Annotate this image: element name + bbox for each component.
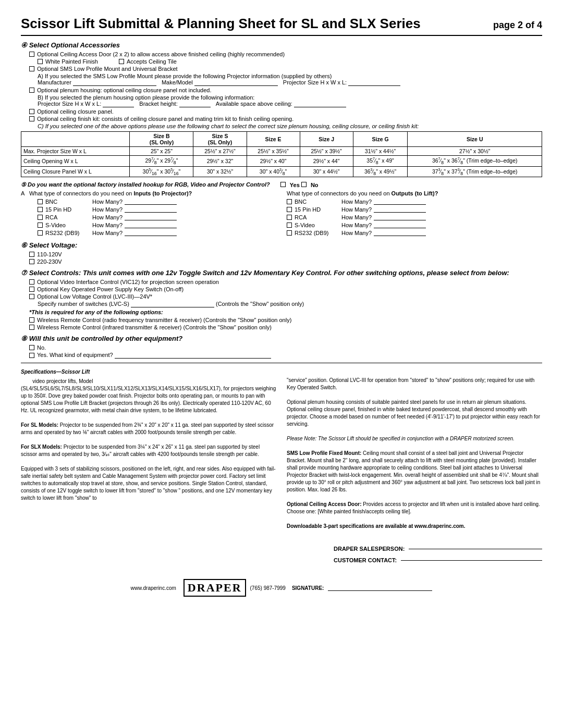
table-cell: 31½" x 44½" xyxy=(353,147,408,156)
checkbox-output-svideo[interactable] xyxy=(287,223,292,228)
checkbox-wireless-ir[interactable] xyxy=(29,325,34,330)
specs-title: Specifications—Scissor Lift xyxy=(21,368,276,376)
table-header-4: Size J xyxy=(300,132,353,147)
table-cell: 27½" x 30½" xyxy=(408,147,542,156)
draper-salesperson-field[interactable] xyxy=(409,549,542,549)
table-cell: Max. Projector Size W x L xyxy=(21,147,130,156)
checkbox-accepts-ceiling[interactable] xyxy=(119,59,124,64)
output-bnc-count[interactable] xyxy=(374,198,426,205)
signature-field[interactable] xyxy=(328,585,432,591)
output-rca-count[interactable] xyxy=(374,214,426,220)
table-cell: 373⁄8" x 373⁄8" (Trim edge–to–edge) xyxy=(408,166,542,177)
inputs-column: A What type of connectors do you need on… xyxy=(21,190,276,237)
section-7: ⑦ Select Controls: This unit comes with … xyxy=(21,269,542,330)
checkbox-vic12[interactable] xyxy=(29,279,34,285)
input-15pin: 15 Pin HD How Many? xyxy=(38,206,276,213)
table-cell: 357⁄8" x 49" xyxy=(353,156,408,167)
checkbox-ceiling-finish-kit[interactable] xyxy=(29,116,34,121)
makemodel-field[interactable] xyxy=(194,79,278,86)
footer-right: DRAPER SALESPERSON: CUSTOMER CONTACT: xyxy=(334,546,542,569)
checkbox-output-bnc[interactable] xyxy=(287,199,292,204)
table-cell: 25½" x 35½" xyxy=(247,147,300,156)
customer-contact-field[interactable] xyxy=(401,560,542,561)
connector-columns: A What type of connectors do you need on… xyxy=(21,190,542,237)
checkbox-lvc[interactable] xyxy=(29,294,34,299)
section-8-title: ⑧ Will this unit be controlled by other … xyxy=(21,335,542,342)
projector-size-b-field[interactable] xyxy=(103,101,134,107)
input-15pin-count[interactable] xyxy=(125,206,177,213)
checkbox-ceiling-door[interactable] xyxy=(29,52,34,57)
table-cell: Ceiling Closure Panel W x L xyxy=(21,166,130,177)
checkbox-no[interactable] xyxy=(301,182,307,187)
table-cell: 25" x 25" xyxy=(130,147,193,156)
output-15pin-count[interactable] xyxy=(374,206,426,213)
lvc-switches-field[interactable] xyxy=(131,301,214,307)
checkbox-key-switch[interactable] xyxy=(29,287,34,292)
section-4-num: ④ xyxy=(21,41,27,49)
section-6: ⑥ Select Voltage: 110-120V 220-230V xyxy=(21,241,542,265)
checkbox-input-svideo[interactable] xyxy=(38,223,43,228)
required-note: *This is required for any of the followi… xyxy=(29,309,542,315)
available-space-field[interactable] xyxy=(294,101,346,107)
checkbox-control-yes[interactable] xyxy=(29,353,34,358)
projector-size-field[interactable] xyxy=(348,79,400,86)
customer-contact-label: CUSTOMER CONTACT: xyxy=(334,557,397,563)
input-rca-count[interactable] xyxy=(125,214,177,220)
checkbox-output-rca[interactable] xyxy=(287,215,292,220)
equipment-field[interactable] xyxy=(115,352,271,359)
checkbox-input-rca[interactable] xyxy=(38,215,43,220)
checkbox-output-15pin[interactable] xyxy=(287,207,292,212)
table-cell: Ceiling Opening W x L xyxy=(21,156,130,167)
checkbox-output-rs232[interactable] xyxy=(287,230,292,236)
checkbox-voltage-220[interactable] xyxy=(29,259,34,264)
table-header-5: Size G xyxy=(353,132,408,147)
checkbox-sms-mount[interactable] xyxy=(29,66,34,71)
table-row: Ceiling Opening W x L 297⁄8" x 297⁄8" 29… xyxy=(21,156,542,167)
section-5: ⑤ Do you want the optional factory insta… xyxy=(21,181,542,237)
item-plenum: Optional plenum housing: optional ceilin… xyxy=(29,87,542,93)
table-cell: 363⁄8" x 49½" xyxy=(353,166,408,177)
input-bnc-count[interactable] xyxy=(125,198,177,205)
checkbox-voltage-110[interactable] xyxy=(29,252,34,257)
input-rs232-count[interactable] xyxy=(125,229,177,236)
item-ceiling-closure: Optional ceiling closure panel. xyxy=(29,108,542,115)
website-link: www.draperinc.com xyxy=(131,585,176,591)
checkbox-plenum[interactable] xyxy=(29,88,34,93)
draper-salesperson-line: DRAPER SALESPERSON: xyxy=(334,546,542,552)
item-wireless-rf: Wireless Remote Control (radio frequency… xyxy=(29,317,542,323)
checkbox-control-no[interactable] xyxy=(29,345,34,350)
output-svideo-count[interactable] xyxy=(374,221,426,228)
checkbox-yes[interactable] xyxy=(280,182,286,187)
checkbox-input-rs232[interactable] xyxy=(38,230,43,236)
output-bnc: BNC How Many? xyxy=(287,198,542,205)
voltage-220: 220-230V xyxy=(29,258,542,265)
manufacturer-field[interactable] xyxy=(73,79,156,86)
item-white-painted: White Painted Finish Accepts Ceiling Til… xyxy=(38,58,542,65)
footer-area: DRAPER SALESPERSON: CUSTOMER CONTACT: xyxy=(21,546,542,569)
section-7-title: ⑦ Select Controls: This unit comes with … xyxy=(21,269,542,277)
checkbox-input-15pin[interactable] xyxy=(38,207,43,212)
input-rs232: RS232 (DB9) How Many? xyxy=(38,229,276,236)
item-lvc: Optional Low Voltage Control (LVC-III)—2… xyxy=(29,293,542,300)
page-header: Scissor Lift Submittal & Planning Sheet … xyxy=(21,16,542,36)
signature-label: SIGNATURE: xyxy=(292,585,324,591)
table-cell: 29½" x 40" xyxy=(247,156,300,167)
table-header-0 xyxy=(21,132,130,147)
bracket-height-field[interactable] xyxy=(179,101,211,107)
input-svideo-count[interactable] xyxy=(125,221,177,228)
section-8-num: ⑧ xyxy=(21,335,27,342)
section-6-num: ⑥ xyxy=(21,241,27,249)
checkbox-input-bnc[interactable] xyxy=(38,199,43,204)
checkbox-white-painted[interactable] xyxy=(38,59,43,64)
table-cell: 25½" x 39½" xyxy=(300,147,353,156)
checkbox-wireless-rf[interactable] xyxy=(29,317,34,323)
table-cell: 305⁄16" x 305⁄16" xyxy=(130,166,193,177)
checkbox-ceiling-closure[interactable] xyxy=(29,109,34,114)
plenum-size-line: Projector Size H x W x L: Bracket height… xyxy=(38,101,542,107)
section-5-header: ⑤ Do you want the optional factory insta… xyxy=(21,181,542,188)
specs-left: Specifications—Scissor Lift video projec… xyxy=(21,368,276,530)
output-rs232-count[interactable] xyxy=(374,229,426,236)
main-divider xyxy=(21,363,542,363)
item-wireless-ir: Wireless Remote Control (infrared transm… xyxy=(29,324,542,330)
section-4-title: ④ Select Optional Accessories xyxy=(21,41,542,49)
